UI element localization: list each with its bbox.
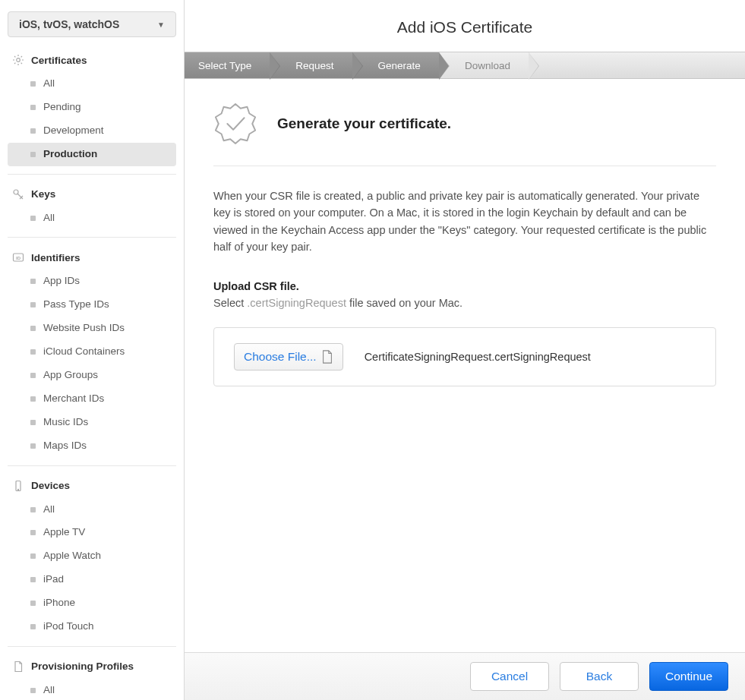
footer-bar: Cancel Back Continue: [185, 652, 745, 700]
content-area: Generate your certificate. When your CSR…: [185, 79, 745, 652]
sidebar-item-label: Pass Type IDs: [43, 298, 109, 312]
sidebar-item-label: Maps IDs: [43, 439, 87, 453]
upload-box: Choose File... CertificateSigningRequest…: [213, 327, 716, 386]
body-text: When your CSR file is created, a public …: [213, 188, 716, 256]
chevron-down-icon: ▼: [157, 20, 165, 29]
sidebar-item-label: Apple TV: [43, 525, 85, 540]
wizard-step-2: Generate: [352, 52, 439, 78]
sidebar-item-identifiers-0[interactable]: App IDs: [8, 270, 176, 293]
sidebar-item-label: Production: [43, 147, 97, 162]
sidebar-section-header-profiles[interactable]: Provisioning Profiles: [8, 657, 176, 676]
sidebar-item-label: Music IDs: [43, 415, 88, 430]
sidebar-item-certificates-1[interactable]: Pending: [8, 96, 176, 119]
divider: [8, 174, 176, 175]
sidebar-section-header-devices[interactable]: Devices: [8, 477, 176, 495]
sidebar-item-label: Merchant IDs: [43, 392, 104, 406]
headline-row: Generate your certificate.: [213, 102, 716, 166]
platform-selector-label: iOS, tvOS, watchOS: [19, 18, 119, 30]
sidebar-item-devices-2[interactable]: Apple Watch: [8, 544, 176, 568]
sidebar-item-label: iPad: [43, 572, 64, 587]
sidebar-item-label: All: [43, 77, 55, 91]
bullet-icon: [30, 373, 36, 378]
bullet-icon: [30, 279, 36, 284]
upload-title: Upload CSR file.: [213, 280, 716, 292]
sidebar-section-items: App IDsPass Type IDsWebsite Push IDsiClo…: [8, 270, 176, 457]
sidebar-section-identifiers: IDIdentifiersApp IDsPass Type IDsWebsite…: [8, 248, 176, 457]
gear-icon: [12, 54, 24, 66]
main-panel: Add iOS Certificate Select TypeRequestGe…: [185, 0, 745, 700]
svg-text:ID: ID: [16, 256, 21, 260]
sidebar-item-label: Apple Watch: [43, 549, 101, 563]
key-icon: [12, 188, 24, 200]
bullet-icon: [30, 530, 36, 535]
sidebar-item-label: Development: [43, 124, 104, 138]
sidebar-item-devices-4[interactable]: iPhone: [8, 591, 176, 615]
wizard-step-1: Request: [270, 52, 352, 78]
profile-icon: [12, 661, 24, 673]
sidebar-section-header-keys[interactable]: Keys: [8, 185, 176, 203]
back-button[interactable]: Back: [560, 662, 639, 691]
sidebar-item-certificates-0[interactable]: All: [8, 72, 176, 96]
sidebar-section-items: AllApple TVApple WatchiPadiPhoneiPod Tou…: [8, 498, 176, 639]
sidebar-item-identifiers-5[interactable]: Merchant IDs: [8, 387, 176, 411]
divider: [8, 646, 176, 647]
svg-point-5: [17, 489, 18, 490]
wizard-step-label: Request: [295, 60, 333, 71]
sidebar-section-items: AllDevelopmentDistribution: [8, 679, 176, 700]
sidebar-section-items: AllPendingDevelopmentProduction: [8, 72, 176, 166]
sidebar-item-label: iPhone: [43, 596, 75, 610]
divider: [213, 166, 716, 166]
sidebar-item-profiles-0[interactable]: All: [8, 679, 176, 700]
selected-file-name: CertificateSigningRequest.certSigningReq…: [365, 351, 591, 363]
bullet-icon: [30, 420, 36, 425]
certificate-badge-icon: [213, 102, 257, 146]
sidebar-item-devices-1[interactable]: Apple TV: [8, 521, 176, 544]
sidebar-item-devices-3[interactable]: iPad: [8, 568, 176, 591]
sidebar-item-identifiers-4[interactable]: App Groups: [8, 364, 176, 387]
bullet-icon: [30, 216, 36, 221]
sidebar-item-identifiers-7[interactable]: Maps IDs: [8, 434, 176, 458]
sidebar-section-items: All: [8, 207, 176, 230]
bullet-icon: [30, 443, 36, 449]
sidebar-item-certificates-2[interactable]: Development: [8, 119, 176, 143]
bullet-icon: [30, 624, 36, 629]
wizard-step-label: Download: [465, 60, 510, 71]
choose-file-label: Choose File...: [244, 350, 317, 364]
sidebar-section-title: Provisioning Profiles: [31, 661, 134, 672]
sidebar-item-label: All: [43, 503, 55, 517]
sidebar-item-keys-0[interactable]: All: [8, 207, 176, 230]
sidebar-item-devices-5[interactable]: iPod Touch: [8, 615, 176, 639]
cancel-button[interactable]: Cancel: [470, 662, 549, 691]
sidebar-item-identifiers-6[interactable]: Music IDs: [8, 411, 176, 434]
wizard-step-label: Generate: [378, 60, 421, 71]
sidebar-section-certificates: CertificatesAllPendingDevelopmentProduct…: [8, 51, 176, 166]
continue-button[interactable]: Continue: [649, 662, 728, 691]
sidebar-item-identifiers-1[interactable]: Pass Type IDs: [8, 293, 176, 317]
sidebar-section-title: Keys: [31, 188, 55, 200]
bullet-icon: [30, 688, 36, 693]
sidebar-section-header-identifiers[interactable]: IDIdentifiers: [8, 248, 176, 266]
wizard-step-0: Select Type: [185, 52, 270, 78]
sidebar: iOS, tvOS, watchOS ▼ CertificatesAllPend…: [0, 0, 185, 700]
platform-selector[interactable]: iOS, tvOS, watchOS ▼: [8, 11, 176, 37]
sidebar-item-certificates-3[interactable]: Production: [8, 143, 176, 166]
choose-file-button[interactable]: Choose File...: [234, 343, 343, 370]
sidebar-item-label: iCloud Containers: [43, 345, 125, 359]
sidebar-section-header-certificates[interactable]: Certificates: [8, 51, 176, 69]
sidebar-item-devices-0[interactable]: All: [8, 498, 176, 522]
bullet-icon: [30, 553, 36, 559]
bullet-icon: [30, 81, 36, 87]
app-root: iOS, tvOS, watchOS ▼ CertificatesAllPend…: [0, 0, 745, 700]
bullet-icon: [30, 152, 36, 157]
wizard-step-3: Download: [439, 52, 529, 78]
sidebar-item-identifiers-3[interactable]: iCloud Containers: [8, 340, 176, 364]
bullet-icon: [30, 349, 36, 355]
sidebar-item-label: Pending: [43, 100, 81, 115]
divider: [8, 237, 176, 238]
sidebar-item-label: Website Push IDs: [43, 321, 125, 336]
divider: [8, 465, 176, 466]
sidebar-item-label: All: [43, 683, 55, 698]
sidebar-item-identifiers-2[interactable]: Website Push IDs: [8, 317, 176, 340]
upload-subtitle: Select .certSigningRequest file saved on…: [213, 297, 716, 309]
bullet-icon: [30, 105, 36, 110]
